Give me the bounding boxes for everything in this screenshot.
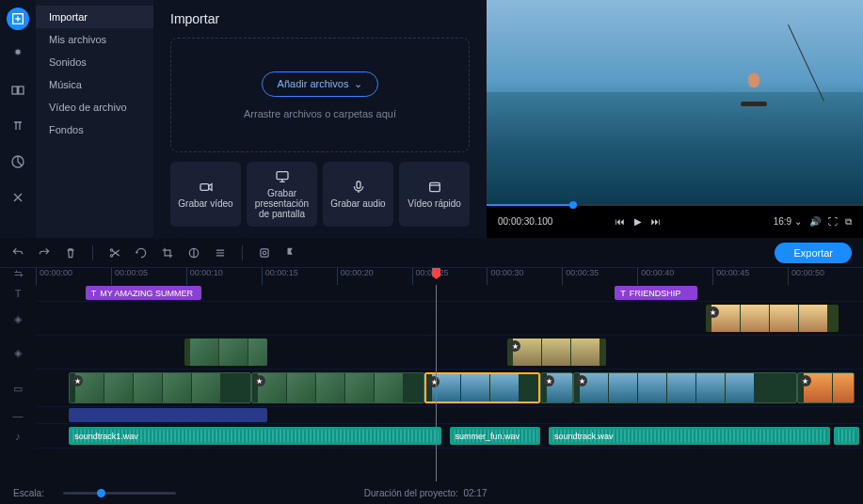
drop-zone[interactable]: Añadir archivos⌄ Arrastre archivos o car… (170, 38, 470, 152)
overlay-track-2[interactable]: ★ (36, 336, 863, 370)
overlay-clip[interactable] (184, 339, 267, 366)
overlay-clip[interactable]: ★ (706, 305, 839, 332)
add-track-icon[interactable] (12, 268, 24, 279)
timeline: Exportar 00:00:00 00:00:05 00:00:10 00:0… (0, 238, 863, 504)
preview-panel: 00:00:30.100 ⏮ ▶ ⏭ 16:9 ⌄ 🔊 ⛶ ⧉ (487, 0, 863, 238)
scale-slider[interactable] (63, 492, 176, 495)
overlay2-track-icon[interactable]: ◈ (0, 336, 36, 370)
svg-rect-7 (429, 182, 439, 191)
marker-icon[interactable] (284, 246, 297, 260)
play-icon[interactable]: ▶ (634, 216, 642, 227)
sidebar-item-musica[interactable]: Música (36, 73, 153, 96)
audio-clip[interactable]: soundtrack.wav (549, 427, 830, 445)
wand-icon[interactable] (7, 43, 29, 66)
svg-point-8 (110, 248, 112, 250)
crop-icon[interactable] (161, 246, 174, 260)
detach-icon[interactable]: ⧉ (845, 216, 852, 228)
svg-rect-6 (357, 181, 360, 188)
fullscreen-icon[interactable]: ⛶ (828, 216, 838, 228)
import-tool-icon[interactable] (7, 8, 29, 30)
record-screen-button[interactable]: Grabar presentación de pantalla (247, 162, 317, 227)
duration-value: 02:17 (463, 488, 487, 498)
sidebar-item-importar[interactable]: Importar (36, 6, 153, 28)
svg-rect-2 (19, 87, 24, 94)
title-clip[interactable]: TMY AMAZING SUMMER (86, 286, 201, 300)
playhead[interactable] (436, 285, 437, 481)
record-audio-button[interactable]: Grabar audio (323, 162, 393, 227)
video-clip[interactable]: ★ (797, 372, 855, 403)
film-icon (427, 180, 442, 195)
svg-rect-5 (277, 172, 288, 180)
overlay-track-1[interactable]: ★ (36, 302, 863, 336)
record-voiceover-icon[interactable] (258, 246, 271, 260)
preview-timecode: 00:00:30.100 (498, 216, 552, 227)
prev-frame-icon[interactable]: ⏮ (615, 216, 625, 227)
svg-rect-1 (12, 87, 17, 94)
record-video-button[interactable]: Grabar vídeo (170, 162, 241, 227)
chevron-down-icon: ⌄ (354, 78, 362, 90)
timeline-toolbar: Exportar (0, 238, 863, 268)
redo-icon[interactable] (38, 246, 51, 260)
title-track-icon[interactable]: T (0, 285, 36, 302)
audio-clip[interactable]: soundtrack1.wav (69, 427, 441, 445)
export-button[interactable]: Exportar (775, 243, 852, 263)
audio-track-icon[interactable]: ♪ (0, 424, 36, 449)
volume-icon[interactable]: 🔊 (809, 216, 821, 228)
undo-icon[interactable] (11, 246, 24, 260)
import-title: Importar (170, 11, 470, 26)
title-track[interactable]: TMY AMAZING SUMMER TFRIENDSHIP (36, 285, 863, 302)
overlay-clip[interactable]: ★ (507, 339, 606, 366)
video-clip[interactable]: ★ (540, 372, 573, 403)
scale-label: Escala: (13, 488, 44, 498)
rotate-icon[interactable] (135, 246, 148, 260)
tool-rail (0, 0, 36, 238)
svg-point-12 (263, 251, 266, 255)
sidebar-item-video-archivo[interactable]: Vídeo de archivo (36, 96, 153, 118)
delete-icon[interactable] (64, 246, 77, 260)
effect-clip[interactable] (69, 408, 267, 422)
preview-progress[interactable] (487, 204, 863, 206)
import-panel: Importar Añadir archivos⌄ Arrastre archi… (153, 0, 487, 238)
quick-video-button[interactable]: Vídeo rápido (399, 162, 470, 227)
camera-icon (199, 180, 214, 195)
clip-properties-icon[interactable] (214, 246, 227, 260)
overlay-track-icon[interactable]: ◈ (0, 302, 36, 336)
titles-icon[interactable] (7, 115, 29, 137)
stickers-icon[interactable] (7, 150, 29, 173)
audio-clip[interactable] (834, 427, 858, 445)
video-clip[interactable]: ★ (573, 372, 796, 403)
svg-rect-4 (200, 184, 209, 191)
color-adjust-icon[interactable] (187, 246, 200, 260)
effect-track-icon[interactable]: — (0, 407, 36, 424)
aspect-ratio-selector[interactable]: 16:9 ⌄ (774, 216, 802, 228)
drop-hint: Arrastre archivos o carpetas aquí (244, 108, 396, 119)
split-icon[interactable] (108, 246, 121, 260)
svg-rect-11 (261, 248, 268, 256)
duration-label: Duración del proyecto: (364, 488, 458, 498)
video-clip[interactable]: ★ (251, 372, 425, 403)
more-tools-icon[interactable] (7, 186, 29, 209)
video-track[interactable]: ★ ★ ★ ★ ★ ★ (36, 370, 863, 407)
sidebar-item-mis-archivos[interactable]: Mis archivos (36, 28, 153, 51)
audio-track[interactable]: soundtrack1.wav summer_fun.wav soundtrac… (36, 424, 863, 449)
footer: Escala: Duración del proyecto: 02:17 (0, 481, 863, 504)
next-frame-icon[interactable]: ⏭ (651, 216, 661, 227)
title-clip[interactable]: TFRIENDSHIP (615, 286, 697, 300)
tracks-container: T ◈ ◈ ▭ — ♪ TMY AMAZING SUMMER TFRIENDSH… (0, 285, 863, 481)
video-clip-selected[interactable]: ★ (424, 372, 540, 403)
audio-clip[interactable]: summer_fun.wav (450, 427, 541, 445)
import-sidebar: Importar Mis archivos Sonidos Música Víd… (36, 0, 153, 238)
svg-point-9 (110, 254, 112, 256)
preview-viewport[interactable] (487, 0, 863, 205)
add-files-button[interactable]: Añadir archivos⌄ (262, 71, 379, 97)
effect-track[interactable] (36, 407, 863, 424)
monitor-icon (275, 169, 290, 184)
sidebar-item-fondos[interactable]: Fondos (36, 118, 153, 141)
video-track-icon[interactable]: ▭ (0, 370, 36, 407)
sidebar-item-sonidos[interactable]: Sonidos (36, 51, 153, 73)
transitions-icon[interactable] (7, 79, 29, 102)
time-ruler[interactable]: 00:00:00 00:00:05 00:00:10 00:00:15 00:0… (0, 268, 863, 285)
mic-icon (351, 180, 366, 195)
video-clip[interactable]: ★ (69, 372, 250, 403)
